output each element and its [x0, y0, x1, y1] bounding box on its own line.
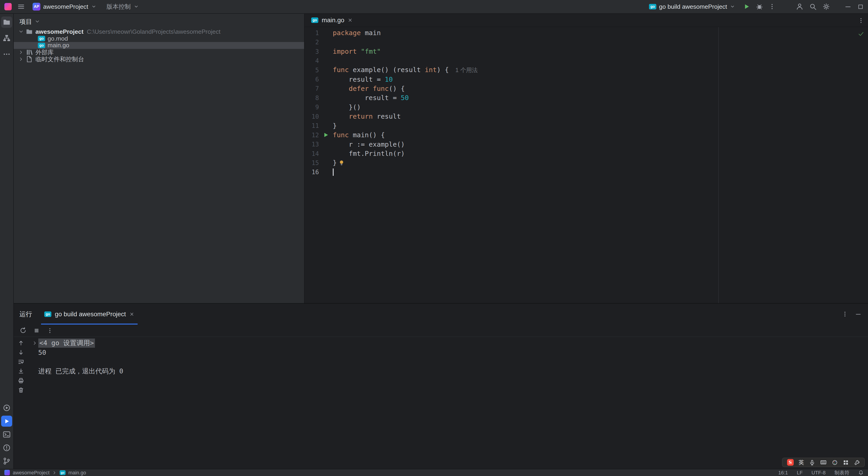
stop-button[interactable] — [33, 327, 40, 334]
code-line-6[interactable]: 6 result = 10 — [305, 75, 868, 84]
code-line-7[interactable]: 7 defer func() { — [305, 84, 868, 93]
project-tool-button[interactable] — [1, 17, 12, 28]
debug-button[interactable] — [756, 3, 763, 10]
clear-console-icon[interactable] — [18, 387, 24, 393]
search-everywhere-icon[interactable] — [809, 3, 817, 10]
print-icon[interactable] — [18, 377, 24, 384]
vcs-widget[interactable]: 版本控制 — [104, 1, 142, 12]
notifications-icon[interactable] — [858, 470, 864, 475]
code-line-8[interactable]: 8 result = 50 — [305, 93, 868, 102]
code-line-3[interactable]: 3import "fmt" — [305, 47, 868, 56]
window-minimize-button[interactable] — [844, 3, 851, 10]
grid-icon[interactable] — [843, 459, 849, 466]
code-text: defer func() { — [333, 85, 405, 92]
code-line-5[interactable]: 5func example() (result int) {1 个用法 — [305, 65, 868, 75]
code-line-4[interactable]: 4 — [305, 56, 868, 65]
code-line-14[interactable]: 14 fmt.Println(r) — [305, 149, 868, 158]
breadcrumb-file[interactable]: main.go — [68, 469, 86, 476]
tree-item[interactable]: 外部库 — [14, 49, 304, 56]
keyboard-icon[interactable] — [820, 459, 827, 466]
scroll-to-end-icon[interactable] — [18, 368, 24, 375]
problems-tool-button[interactable] — [1, 442, 12, 453]
run-line-icon[interactable] — [319, 132, 333, 138]
code-line-12[interactable]: 12func main() { — [305, 130, 868, 140]
expander-down-icon[interactable] — [17, 29, 25, 34]
chevron-down-icon[interactable] — [35, 19, 40, 24]
fold-expand-icon[interactable] — [32, 340, 38, 346]
editor-area: main.go 1pa — [305, 14, 868, 303]
scratch-icon — [25, 56, 34, 63]
mic-icon[interactable] — [809, 459, 815, 466]
code-line-9[interactable]: 9 }() — [305, 102, 868, 112]
run-configuration-selector[interactable]: go build awesomeProject — [647, 2, 738, 11]
code-line-13[interactable]: 13 r := example() — [305, 140, 868, 149]
chevron-down-icon — [730, 4, 735, 9]
run-toolbar-more-icon[interactable] — [46, 327, 53, 334]
main-menu-icon[interactable] — [17, 3, 25, 10]
run-tool-button[interactable] — [1, 416, 12, 427]
editor-tab-main-go[interactable]: main.go — [307, 14, 357, 27]
settings-gear-icon[interactable] — [823, 3, 830, 10]
indent-style[interactable]: 制表符 — [835, 469, 849, 476]
console-lines[interactable]: <4 go 设置调用>50进程 已完成，退出代码为 0 — [28, 337, 868, 469]
statusbar: awesomeProject main.go 16:1 LF UTF-8 制表符 — [0, 469, 868, 476]
intention-bulb-icon[interactable] — [339, 160, 345, 166]
code-text: return result — [333, 113, 401, 120]
code-text: result = 50 — [333, 94, 409, 102]
window-maximize-button[interactable] — [857, 3, 864, 10]
version-control-tool-button[interactable] — [1, 455, 12, 467]
code-lines: 1package main23import "fmt"45func exampl… — [305, 28, 868, 177]
soft-wrap-icon[interactable] — [18, 358, 24, 365]
line-number: 15 — [305, 159, 319, 167]
line-separator[interactable]: LF — [797, 469, 803, 476]
file-encoding[interactable]: UTF-8 — [812, 469, 826, 476]
code-line-11[interactable]: 11} — [305, 121, 868, 130]
tree-item[interactable]: go.mod — [14, 35, 304, 42]
tree-item[interactable]: main.go — [14, 42, 304, 49]
navigation-bar: awesomeProject main.go — [4, 469, 86, 476]
code-line-2[interactable]: 2 — [305, 38, 868, 47]
sogou-logo[interactable] — [787, 459, 794, 466]
folded-console-text[interactable]: <4 go 设置调用> — [38, 338, 95, 348]
run-panel-title: 运行 — [20, 310, 32, 318]
tab-close-icon[interactable] — [348, 18, 353, 23]
console-line: <4 go 设置调用> — [32, 338, 868, 348]
line-number: 9 — [305, 103, 319, 111]
terminal-tool-button[interactable] — [1, 429, 12, 440]
goland-logo — [4, 3, 11, 10]
run-panel: 运行 go build awesomeProject — [14, 303, 868, 469]
code-line-10[interactable]: 10 return result — [305, 112, 868, 121]
arrow-up-icon[interactable] — [18, 340, 24, 346]
rerun-button[interactable] — [20, 327, 27, 334]
go-file-icon — [60, 470, 66, 475]
code-line-1[interactable]: 1package main — [305, 28, 868, 37]
vcs-widget-label: 版本控制 — [106, 2, 131, 11]
code-with-me-icon[interactable] — [796, 3, 804, 10]
editor-options-icon[interactable] — [858, 17, 864, 24]
structure-tool-button[interactable] — [1, 33, 12, 43]
run-tab-close-icon[interactable] — [129, 312, 134, 317]
skin-palette-icon[interactable] — [832, 459, 838, 466]
expander-right-icon[interactable] — [17, 57, 25, 62]
run-tab-go-build[interactable]: go build awesomeProject — [41, 304, 137, 325]
wrench-icon[interactable] — [854, 459, 860, 466]
tree-item[interactable]: 临时文件和控制台 — [14, 56, 304, 63]
more-actions-icon[interactable] — [769, 3, 776, 10]
arrow-down-icon[interactable] — [18, 349, 24, 356]
tree-item[interactable]: awesomeProjectC:\Users\meowr\GolandProje… — [14, 28, 304, 35]
caret-position[interactable]: 16:1 — [778, 469, 788, 476]
project-widget-label: awesomeProject — [43, 3, 88, 10]
run-tab-label: go build awesomeProject — [55, 310, 126, 318]
more-tools-icon[interactable] — [1, 49, 12, 60]
run-panel-hide-icon[interactable] — [855, 311, 862, 318]
code-line-16[interactable]: 16 — [305, 168, 868, 177]
project-widget[interactable]: AP awesomeProject — [31, 2, 99, 11]
breadcrumb-project[interactable]: awesomeProject — [13, 469, 50, 476]
code-line-15[interactable]: 15} — [305, 158, 868, 167]
code-editor[interactable]: 1package main23import "fmt"45func exampl… — [305, 27, 868, 303]
expander-right-icon[interactable] — [17, 50, 25, 55]
ime-language-indicator[interactable]: 英 — [799, 459, 804, 466]
services-tool-button[interactable] — [1, 402, 12, 413]
run-panel-options-icon[interactable] — [842, 311, 848, 318]
run-button[interactable] — [743, 3, 750, 10]
